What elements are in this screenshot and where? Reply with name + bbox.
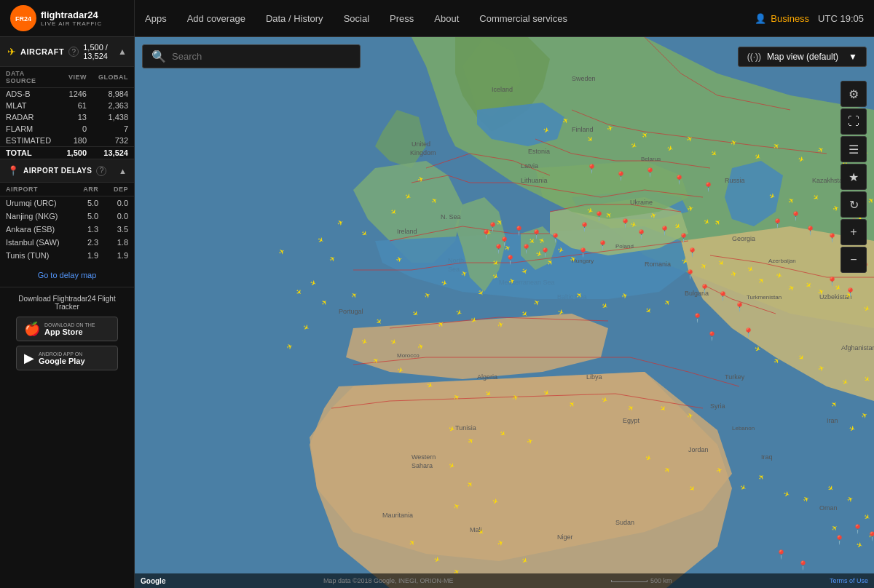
svg-text:📍: 📍 (645, 167, 656, 178)
business-link[interactable]: 👤 Business (755, 13, 809, 24)
svg-text:Sudan: Sudan (615, 519, 634, 526)
table-row[interactable]: Urumqi (URC) 5.0 0.0 (0, 196, 134, 210)
fullscreen-button[interactable]: ⛶ (840, 108, 867, 135)
svg-text:Egypt: Egypt (623, 417, 640, 424)
ap-arr: 2.3 (74, 236, 104, 249)
table-row[interactable]: Ankara (ESB) 1.3 3.5 (0, 223, 134, 236)
svg-text:📍: 📍 (521, 243, 532, 254)
android-icon: ▶ (24, 350, 34, 366)
map-right-controls: ⚙ ⛶ ☰ ★ ↻ + − (840, 81, 867, 273)
aircraft-help-icon[interactable]: ? (68, 47, 79, 57)
svg-text:📍: 📍 (827, 276, 838, 287)
nav-add-coverage[interactable]: Add coverage (177, 0, 256, 36)
svg-text:Lebanon: Lebanon (732, 425, 755, 432)
store-buttons: 🍎 DOWNLOAD ON THE App Store ▶ ANDROID AP… (6, 317, 128, 370)
nav-social[interactable]: Social (334, 0, 379, 36)
svg-text:Poland: Poland (615, 243, 634, 250)
location-icon: 📍 (7, 165, 19, 176)
ap-dep: 0.0 (104, 196, 134, 210)
ap-name: Nanjing (NKG) (0, 210, 74, 223)
svg-text:📍: 📍 (586, 163, 597, 174)
ap-arr: 5.0 (74, 210, 104, 223)
svg-text:Ireland: Ireland (397, 228, 417, 235)
table-row[interactable]: Nanjing (NKG) 5.0 0.0 (0, 210, 134, 223)
radio-icon: ((·)) (747, 52, 761, 62)
nav-about[interactable]: About (424, 0, 469, 36)
table-row[interactable]: Tunis (TUN) 1.9 1.9 (0, 249, 134, 262)
nav-press[interactable]: Press (379, 0, 424, 36)
aircraft-chevron-icon[interactable]: ▲ (118, 47, 127, 57)
ap-header-arr: ARR (74, 183, 104, 196)
refresh-button[interactable]: ↻ (840, 191, 867, 218)
nav-apps[interactable]: Apps (135, 0, 177, 36)
logo-area[interactable]: FR24 flightradar24 LIVE AIR TRAFFIC (0, 0, 135, 36)
airport-delays-table: AIRPORT ARR DEP Urumqi (URC) 5.0 0.0 Nan… (0, 183, 134, 262)
google-play-name: Google Play (39, 357, 85, 365)
svg-text:Algeria: Algeria (477, 373, 497, 381)
google-play-sub: ANDROID APP ON (39, 351, 85, 357)
ds-view: 180 (60, 135, 92, 147)
aircraft-bar[interactable]: ✈ AIRCRAFT ? 1,500 / 13,524 ▲ (0, 37, 134, 67)
ds-view: 1246 (60, 88, 92, 100)
ds-name: RADAR (0, 111, 60, 123)
svg-text:Iceland: Iceland (492, 86, 513, 93)
svg-text:📍: 📍 (790, 210, 801, 221)
aircraft-count: 1,500 / 13,524 (83, 43, 114, 60)
svg-text:📍: 📍 (659, 225, 670, 236)
map-background: Iceland Sweden Estonia Latvia Lithuania … (135, 37, 874, 588)
nav-data-history[interactable]: Data / History (256, 0, 334, 36)
go-to-delay-link[interactable]: Go to delay map (0, 262, 134, 287)
nav-commercial[interactable]: Commercial services (469, 0, 578, 36)
svg-text:Morocco: Morocco (397, 352, 420, 359)
settings-button[interactable]: ⚙ (840, 81, 867, 107)
ds-header-global: GLOBAL (92, 67, 134, 88)
delay-map-link[interactable]: Go to delay map (38, 271, 97, 279)
airport-delays-header[interactable]: 📍 AIRPORT DELAYS ? ▲ (0, 159, 134, 183)
search-input[interactable] (172, 51, 351, 62)
layers-button[interactable]: ☰ (840, 136, 867, 162)
svg-text:Afghanistan: Afghanistan (841, 344, 874, 351)
ds-name: FLARM (0, 123, 60, 135)
terms-link[interactable]: Terms of Use (830, 577, 868, 584)
table-row: ESTIMATED 180 732 (0, 135, 134, 147)
svg-text:📍: 📍 (687, 247, 698, 258)
top-navigation: FR24 flightradar24 LIVE AIR TRAFFIC Apps… (0, 0, 874, 37)
ap-header-airport: AIRPORT (0, 183, 74, 196)
search-box[interactable]: 🔍 (142, 44, 361, 68)
favorites-button[interactable]: ★ (840, 164, 867, 190)
app-store-button[interactable]: 🍎 DOWNLOAD ON THE App Store (16, 317, 118, 341)
svg-text:Oman: Oman (819, 504, 838, 512)
svg-text:📍: 📍 (481, 229, 492, 239)
google-logo: Google (141, 577, 165, 585)
map-area[interactable]: Iceland Sweden Estonia Latvia Lithuania … (135, 37, 874, 588)
svg-text:📍: 📍 (578, 247, 588, 258)
svg-text:📍: 📍 (615, 170, 626, 181)
download-title: Download Flightradar24 Flight Tracker (6, 295, 128, 311)
ap-name: Istanbul (SAW) (0, 236, 74, 249)
zoom-in-button[interactable]: + (840, 219, 867, 245)
svg-text:📍: 📍 (798, 560, 808, 571)
user-icon: 👤 (755, 13, 766, 24)
svg-text:📍: 📍 (776, 549, 787, 560)
delay-chevron-icon[interactable]: ▲ (119, 167, 127, 175)
scale-line (611, 580, 647, 582)
google-play-button[interactable]: ▶ ANDROID APP ON Google Play (16, 346, 118, 370)
svg-text:Mediterranean Sea: Mediterranean Sea (499, 279, 555, 286)
zoom-out-button[interactable]: − (840, 247, 867, 273)
svg-text:📍: 📍 (743, 327, 754, 338)
svg-text:FR24: FR24 (15, 15, 31, 23)
table-row[interactable]: Istanbul (SAW) 2.3 1.8 (0, 236, 134, 249)
svg-text:Azerbaijan: Azerbaijan (768, 258, 796, 264)
svg-text:Syria: Syria (710, 402, 725, 410)
svg-text:📍: 📍 (531, 229, 542, 239)
delay-help-icon[interactable]: ? (96, 166, 106, 176)
svg-text:📍: 📍 (493, 243, 504, 254)
ds-name: MLAT (0, 100, 60, 111)
data-source-section: DATA SOURCE VIEW GLOBAL ADS-B 1246 8,984… (0, 67, 134, 159)
ds-global: 732 (92, 135, 134, 147)
nav-links: Apps Add coverage Data / History Social … (135, 0, 744, 36)
map-view-selector[interactable]: ((·)) Map view (default) ▼ (738, 47, 867, 67)
svg-text:📍: 📍 (678, 232, 689, 243)
ds-total-view: 1,500 (60, 147, 92, 159)
ds-global: 7 (92, 123, 134, 135)
